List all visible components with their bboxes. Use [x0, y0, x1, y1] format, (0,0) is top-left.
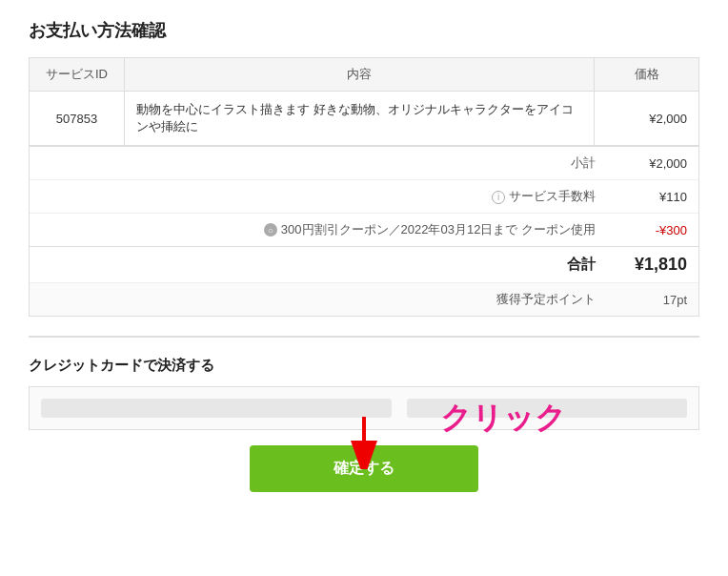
service-id-cell: 507853 [30, 92, 125, 146]
total-value: ¥1,810 [611, 255, 687, 275]
card-expiry-field[interactable] [407, 399, 687, 418]
page-title: お支払い方法確認 [29, 19, 699, 42]
col-header-content: 内容 [125, 58, 595, 92]
card-number-field[interactable] [41, 399, 392, 418]
service-price-cell: ¥2,000 [595, 92, 699, 146]
coupon-icon: ○ [264, 223, 277, 237]
service-fee-value: ¥110 [611, 190, 687, 204]
points-row: 獲得予定ポイント 17pt [30, 282, 698, 316]
total-label: 合計 [567, 256, 596, 274]
table-row: 507853 動物を中心にイラスト描きます 好きな動物、オリジナルキャラクターを… [30, 92, 699, 146]
subtotal-row: 小計 ¥2,000 [30, 146, 698, 179]
section-divider [29, 336, 699, 338]
order-table: サービスID 内容 価格 507853 動物を中心にイラスト描きます 好きな動物… [29, 57, 699, 146]
points-value: 17pt [611, 293, 687, 307]
col-header-price: 価格 [595, 58, 699, 92]
coupon-value: -¥300 [611, 223, 687, 237]
summary-section: 小計 ¥2,000 iサービス手数料 ¥110 ○ 300円割引クーポン／202… [29, 146, 699, 317]
payment-title: クレジットカードで決済する [29, 357, 699, 375]
coupon-row: ○ 300円割引クーポン／2022年03月12日まで クーポン使用 -¥300 [30, 213, 698, 246]
confirm-button[interactable]: 確定する [250, 445, 478, 492]
service-content-cell: 動物を中心にイラスト描きます 好きな動物、オリジナルキャラクターをアイコンや挿絵… [125, 92, 595, 146]
payment-section: クレジットカードで決済する クリック 確定する [29, 357, 699, 492]
points-label: 獲得予定ポイント [496, 291, 596, 308]
click-area: クリック 確定する [29, 445, 699, 492]
card-fields[interactable] [29, 386, 699, 430]
service-fee-label: iサービス手数料 [492, 188, 596, 205]
subtotal-label: 小計 [571, 154, 596, 172]
info-icon: i [492, 191, 505, 204]
subtotal-value: ¥2,000 [611, 156, 687, 171]
coupon-label: ○ 300円割引クーポン／2022年03月12日まで クーポン使用 [264, 221, 596, 238]
col-header-service-id: サービスID [30, 58, 125, 92]
total-row: 合計 ¥1,810 [30, 246, 698, 282]
service-fee-row: iサービス手数料 ¥110 [30, 179, 698, 213]
